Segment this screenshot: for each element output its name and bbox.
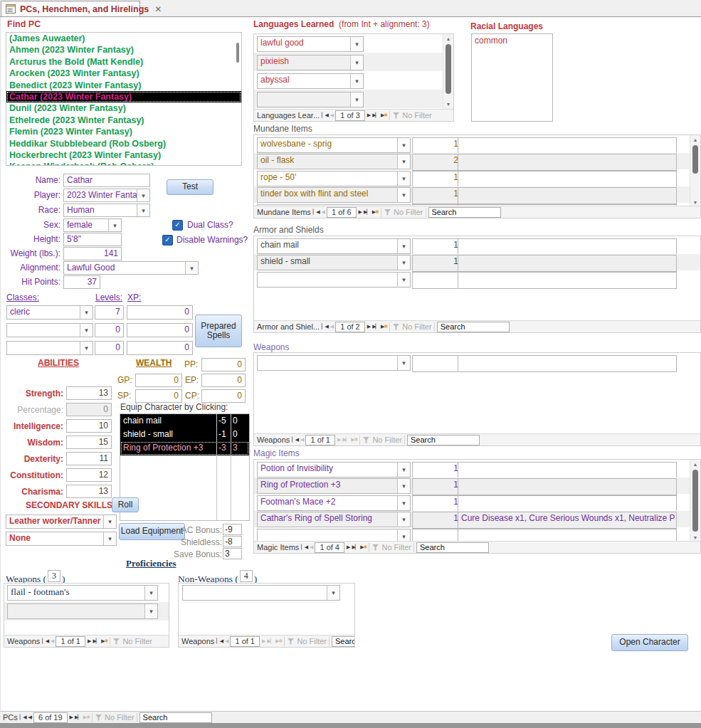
- first-record-button[interactable]: ▏◀: [216, 638, 223, 644]
- pc-list-item-selected[interactable]: Cathar (2023 Winter Fantasy): [6, 91, 241, 102]
- next-record-button[interactable]: ▶: [337, 437, 340, 443]
- scroll-down-icon[interactable]: ▼: [443, 100, 453, 109]
- previous-record-button[interactable]: ◀: [322, 209, 325, 215]
- chevron-down-icon[interactable]: ▾: [327, 586, 339, 600]
- level-field[interactable]: 0: [95, 341, 124, 355]
- tab-pcs-henchmen-hirelings[interactable]: PCs, Henchmen, and Hirelings ✕: [1, 1, 140, 16]
- item-combobox[interactable]: wolvesbane - sprig▾: [257, 137, 411, 153]
- chevron-down-icon[interactable]: ▾: [80, 342, 93, 354]
- scrollbar-thumb[interactable]: [692, 145, 698, 174]
- open-character-button[interactable]: Open Character: [611, 634, 688, 651]
- level-field[interactable]: 0: [95, 323, 124, 337]
- new-record-button[interactable]: ▶✱: [381, 112, 387, 118]
- last-record-button[interactable]: ▶▏: [352, 544, 358, 550]
- magic-scrollbar[interactable]: ▲ ▼: [690, 460, 700, 542]
- item-qty-field[interactable]: 1: [412, 238, 462, 255]
- new-record-button[interactable]: ▶✱: [101, 638, 107, 644]
- last-record-button[interactable]: ▶▏: [93, 638, 99, 644]
- new-record-button[interactable]: ▶✱: [381, 324, 387, 329]
- chevron-down-icon[interactable]: ▾: [397, 356, 410, 370]
- constitution-field[interactable]: 12: [66, 468, 112, 482]
- filter-status[interactable]: No Filter: [95, 713, 135, 722]
- item-qty-field[interactable]: 1: [412, 187, 462, 204]
- chevron-down-icon[interactable]: ▾: [80, 324, 93, 337]
- scroll-up-icon[interactable]: ▲: [690, 460, 700, 469]
- chevron-down-icon[interactable]: ▾: [185, 262, 198, 274]
- pc-list-item[interactable]: Heddikar Stubblebeard (Rob Osberg): [6, 138, 241, 149]
- first-record-button[interactable]: ▏◀: [313, 209, 320, 215]
- item-desc-field[interactable]: [458, 255, 677, 272]
- weapon-proficiency-combobox[interactable]: ▾: [7, 603, 158, 619]
- language-combobox[interactable]: abyssal▾: [257, 73, 364, 89]
- item-combobox[interactable]: Ring of Protection +3▾: [257, 478, 411, 494]
- item-qty-field[interactable]: [412, 272, 462, 289]
- class-combobox[interactable]: ▾: [6, 341, 93, 355]
- gp-field[interactable]: 0: [135, 374, 182, 387]
- equip-row-selected[interactable]: Ring of Protection +3 -3 3: [120, 441, 249, 455]
- scrollbar-thumb[interactable]: [692, 470, 698, 532]
- chevron-down-icon[interactable]: ▾: [397, 463, 410, 477]
- previous-record-button[interactable]: ◀: [330, 324, 333, 329]
- search-input[interactable]: Search: [437, 322, 510, 332]
- chevron-down-icon[interactable]: ▾: [397, 512, 410, 527]
- item-combobox[interactable]: ▾: [257, 272, 411, 287]
- dexterity-field[interactable]: 11: [66, 452, 112, 465]
- prepared-spells-button[interactable]: Prepared Spells: [195, 315, 242, 347]
- last-record-button[interactable]: ▶▏: [372, 112, 379, 118]
- pc-list-item[interactable]: Arcturus the Bold (Matt Kendle): [6, 56, 241, 68]
- item-desc-field[interactable]: [458, 171, 677, 188]
- shieldless-field[interactable]: -8: [223, 536, 242, 547]
- item-desc-field[interactable]: [458, 187, 677, 204]
- chevron-down-icon[interactable]: ▾: [397, 255, 410, 270]
- chevron-down-icon[interactable]: ▾: [350, 56, 363, 70]
- filter-status[interactable]: No Filter: [112, 637, 152, 645]
- player-combobox[interactable]: 2023 Winter Fantasy▾: [63, 189, 150, 202]
- language-combobox[interactable]: pixieish▾: [257, 55, 364, 70]
- xp-field[interactable]: 0: [127, 341, 193, 355]
- last-record-button[interactable]: ▶▏: [267, 638, 273, 644]
- first-record-button[interactable]: ▏◀: [20, 714, 26, 720]
- race-combobox[interactable]: Human▾: [63, 204, 150, 217]
- hit-points-field[interactable]: 37: [63, 275, 100, 289]
- equip-row[interactable]: chain mail -5 0: [120, 414, 249, 428]
- new-record-button[interactable]: ▶✱: [275, 638, 282, 644]
- pc-list-item[interactable]: Dunil (2023 Winter Fantasy): [6, 102, 241, 114]
- secondary-skill-combobox[interactable]: None▾: [6, 532, 117, 546]
- chevron-down-icon[interactable]: ▾: [350, 93, 363, 107]
- new-record-button[interactable]: ▶✱: [83, 714, 90, 720]
- xp-field[interactable]: 0: [127, 323, 193, 337]
- item-combobox[interactable]: Footman's Mace +2▾: [257, 495, 411, 511]
- chevron-down-icon[interactable]: ▾: [80, 306, 93, 319]
- next-record-button[interactable]: ▶: [347, 544, 349, 550]
- item-qty-field[interactable]: 1: [412, 478, 462, 495]
- weapons-count-field[interactable]: 3: [48, 570, 60, 582]
- cp-field[interactable]: 0: [201, 389, 246, 403]
- item-combobox[interactable]: chain mail▾: [257, 238, 411, 254]
- sex-combobox[interactable]: female▾: [63, 218, 122, 232]
- first-record-button[interactable]: ▏◀: [292, 437, 298, 443]
- name-field[interactable]: Cathar: [63, 174, 150, 187]
- chevron-down-icon[interactable]: ▾: [137, 189, 149, 201]
- xp-field[interactable]: 0: [127, 305, 193, 320]
- alignment-combobox[interactable]: Lawful Good▾: [63, 261, 199, 275]
- first-record-button[interactable]: ▏◀: [42, 638, 48, 644]
- pp-field[interactable]: 0: [201, 358, 246, 371]
- class-combobox[interactable]: cleric▾: [6, 305, 93, 320]
- save-bonus-field[interactable]: 3: [223, 548, 242, 559]
- filter-status[interactable]: No Filter: [362, 436, 402, 444]
- test-button[interactable]: Test: [167, 179, 214, 195]
- next-record-button[interactable]: ▶: [88, 638, 90, 644]
- chevron-down-icon[interactable]: ▾: [144, 604, 157, 618]
- pc-list-item[interactable]: Benedict (2023 Winter Fantasy): [6, 80, 241, 91]
- level-field[interactable]: 7: [95, 305, 124, 320]
- tab-close-icon[interactable]: ✕: [154, 4, 162, 14]
- wisdom-field[interactable]: 15: [66, 436, 112, 449]
- item-combobox[interactable]: ▾: [257, 355, 411, 371]
- item-qty-field[interactable]: 1: [412, 512, 462, 529]
- item-combobox[interactable]: Cathar's Ring of Spell Storing▾: [257, 512, 411, 527]
- last-record-button[interactable]: ▶▏: [75, 714, 81, 720]
- item-qty-field[interactable]: 1: [412, 137, 462, 154]
- non-weapons-count-field[interactable]: 4: [240, 570, 253, 582]
- item-combobox[interactable]: oil - flask▾: [257, 154, 411, 169]
- last-record-button[interactable]: ▶▏: [342, 437, 349, 443]
